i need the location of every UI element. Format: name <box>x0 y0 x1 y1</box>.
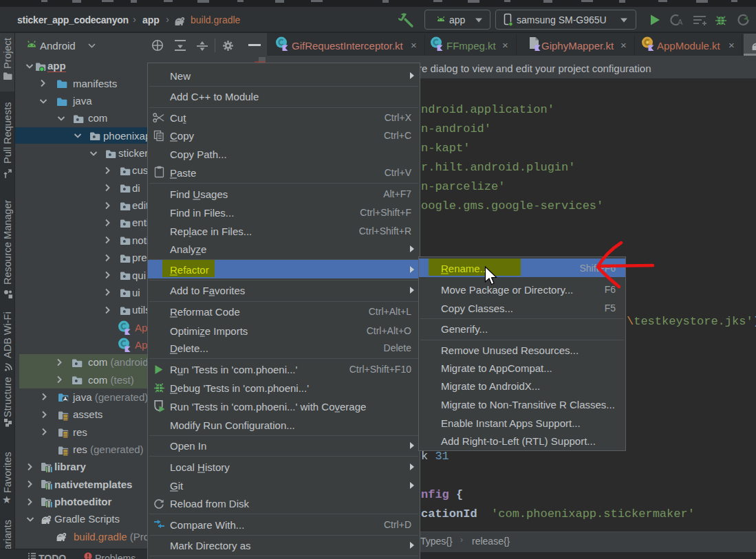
svg-text:A: A <box>678 18 683 26</box>
